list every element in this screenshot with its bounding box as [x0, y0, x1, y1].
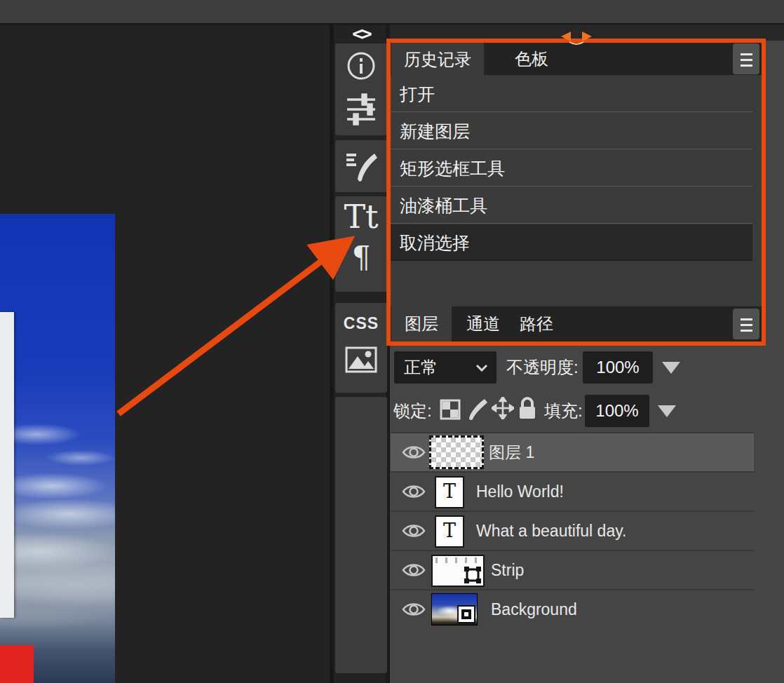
layer-row-strip[interactable]: Strip — [391, 550, 754, 589]
adjustments-sliders-icon[interactable] — [344, 93, 378, 126]
history-step-new-layer[interactable]: 新建图层 — [391, 113, 752, 149]
fill-label: 填充: — [544, 395, 583, 427]
visibility-eye-icon[interactable] — [401, 561, 426, 579]
layers-panel-menu-button[interactable] — [733, 309, 759, 339]
photopea-app-window: <> — [0, 0, 784, 683]
lock-transparency-icon[interactable] — [440, 399, 461, 420]
lock-all-padlock-icon[interactable] — [516, 395, 539, 421]
layer-name: Hello World! — [476, 473, 564, 510]
menu-icon — [741, 330, 752, 332]
layer-row-layer1[interactable]: 图层 1 — [391, 432, 754, 471]
layer-name: What a beautiful day. — [476, 512, 626, 550]
tab-channels[interactable]: 通道 — [455, 306, 511, 342]
lock-position-move-icon[interactable] — [492, 397, 514, 419]
code-icon[interactable]: <> — [339, 25, 383, 43]
toolstrip-group-type: Tt ¶ — [335, 196, 387, 292]
thumbnail-pattern — [435, 557, 478, 563]
divider-canvas-toolstrip — [330, 25, 334, 683]
visibility-eye-icon[interactable] — [401, 600, 426, 618]
visibility-eye-icon[interactable] — [401, 443, 426, 461]
toolstrip-group-brush — [335, 140, 387, 192]
css-icon[interactable]: CSS — [335, 314, 387, 333]
blend-mode-select[interactable]: 正常 — [394, 351, 496, 384]
blend-mode-value: 正常 — [404, 358, 438, 377]
character-panel-icon[interactable]: Tt — [335, 198, 387, 236]
opacity-dropdown-arrow-icon[interactable] — [662, 362, 680, 374]
top-menu-bar — [0, 0, 784, 25]
visibility-eye-icon[interactable] — [401, 522, 426, 540]
tab-swatches[interactable]: 色板 — [493, 42, 570, 75]
tab-history[interactable]: 历史记录 — [391, 42, 484, 78]
layer-row-hello-world[interactable]: T Hello World! — [391, 471, 754, 510]
lock-label: 锁定: — [393, 395, 432, 427]
layer-thumbnail-text[interactable]: T — [435, 476, 464, 508]
layer-name: Background — [491, 590, 577, 628]
right-panel-top-gap — [390, 25, 784, 41]
smart-object-badge-icon — [457, 605, 475, 623]
tab-paths[interactable]: 路径 — [508, 306, 565, 342]
layer-name: 图层 1 — [489, 433, 534, 471]
layer-name: Strip — [491, 551, 524, 589]
history-step-deselect[interactable]: 取消选择 — [391, 224, 752, 261]
vector-mask-badge-icon — [463, 565, 482, 585]
menu-icon — [741, 59, 752, 61]
toolstrip-group-empty — [335, 397, 387, 673]
toolstrip-group-web: CSS — [335, 303, 387, 393]
layers-tab-bar: 图层 通道 路径 — [391, 306, 762, 342]
history-step-rect-marquee[interactable]: 矩形选框工具 — [391, 150, 752, 187]
chevron-down-icon — [475, 364, 488, 372]
canvas-photo[interactable] — [0, 214, 115, 683]
menu-icon — [741, 324, 752, 326]
canvas-red-square — [0, 645, 34, 683]
menu-icon — [741, 65, 752, 67]
history-tab-bar: 历史记录 色板 — [391, 42, 762, 75]
paragraph-panel-icon[interactable]: ¶ — [335, 240, 387, 274]
tab-layers[interactable]: 图层 — [391, 306, 452, 344]
layer-row-beautiful-day[interactable]: T What a beautiful day. — [391, 510, 754, 550]
visibility-eye-icon[interactable] — [401, 482, 426, 501]
brush-settings-icon[interactable] — [344, 149, 379, 183]
history-panel-menu-button[interactable] — [733, 43, 759, 74]
fill-value[interactable]: 100% — [585, 395, 649, 427]
layer-row-background[interactable]: Background — [391, 589, 754, 628]
layer-thumbnail-image[interactable] — [431, 593, 478, 625]
lock-pixels-brush-icon[interactable] — [466, 397, 489, 421]
history-step-paint-bucket[interactable]: 油漆桶工具 — [391, 187, 752, 224]
opacity-value[interactable]: 100% — [583, 351, 653, 384]
layer-thumbnail-transparent-selected[interactable] — [429, 435, 484, 469]
toolstrip-group-info — [335, 43, 387, 135]
menu-icon — [741, 53, 752, 55]
layer-thumbnail-text[interactable]: T — [435, 515, 464, 548]
layer-thumbnail-shape[interactable] — [431, 555, 485, 587]
history-step-open[interactable]: 打开 — [391, 76, 752, 112]
image-icon[interactable] — [345, 346, 377, 373]
info-icon[interactable] — [345, 50, 377, 82]
menu-icon — [741, 318, 752, 320]
fill-dropdown-arrow-icon[interactable] — [658, 405, 676, 417]
opacity-label: 不透明度: — [506, 351, 579, 384]
canvas-white-strip — [0, 312, 14, 618]
